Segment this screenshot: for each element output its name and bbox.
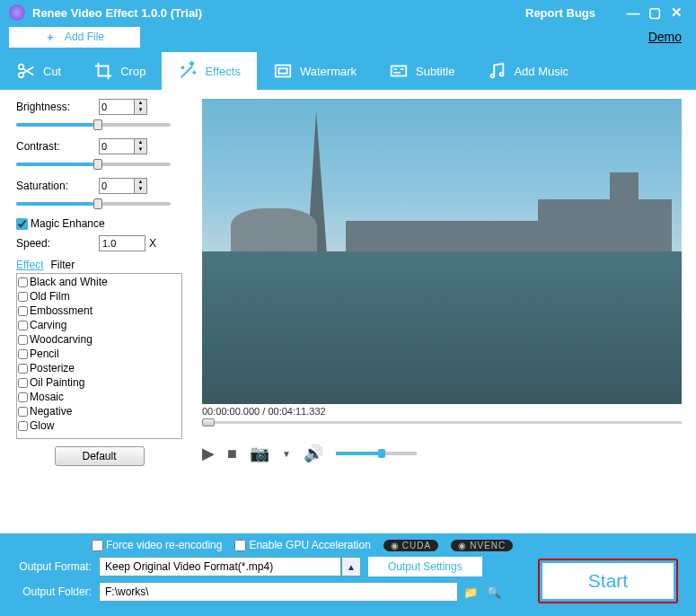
- tab-crop[interactable]: Crop: [77, 52, 162, 90]
- effect-checkbox[interactable]: [18, 349, 28, 359]
- effect-checkbox[interactable]: [18, 378, 28, 388]
- watermark-icon: [273, 61, 293, 81]
- output-format-dropdown-icon[interactable]: ▲: [341, 557, 361, 576]
- svg-point-5: [491, 75, 495, 78]
- contrast-spinner[interactable]: ▲▼: [135, 138, 147, 154]
- crop-icon: [93, 61, 113, 81]
- effect-item[interactable]: Posterize: [18, 361, 181, 375]
- volume-icon[interactable]: 🔊: [304, 444, 323, 463]
- effect-item[interactable]: Mosaic: [18, 390, 181, 404]
- magic-enhance-label: Magic Enhance: [31, 217, 105, 230]
- effect-label: Posterize: [30, 362, 75, 374]
- force-reencode-row[interactable]: Force video re-encoding: [92, 539, 222, 551]
- playback-time: 00:00:00.000 / 00:04:11.332: [202, 406, 682, 417]
- start-button[interactable]: Start: [542, 563, 674, 599]
- effect-label: Negative: [30, 405, 72, 418]
- output-settings-button[interactable]: Output Settings: [368, 557, 482, 576]
- output-format-label: Output Format:: [11, 560, 92, 573]
- effect-item[interactable]: Old Film: [18, 289, 181, 304]
- effect-checkbox[interactable]: [18, 306, 28, 316]
- effect-item[interactable]: Oil Painting: [18, 375, 181, 390]
- maximize-icon[interactable]: ▢: [644, 4, 665, 21]
- tab-effects[interactable]: Effects: [162, 52, 257, 90]
- effect-checkbox[interactable]: [18, 335, 28, 345]
- output-format-select[interactable]: [99, 557, 341, 576]
- tab-subtitle[interactable]: Subtitle: [373, 52, 471, 90]
- effect-subtab[interactable]: Effect: [16, 259, 43, 271]
- effect-checkbox[interactable]: [18, 392, 28, 402]
- output-folder-input[interactable]: [99, 582, 458, 602]
- effect-label: Pencil: [30, 348, 59, 360]
- gpu-accel-row[interactable]: Enable GPU Acceleration: [234, 539, 370, 551]
- effects-list[interactable]: Black and WhiteOld FilmEmbossmentCarving…: [16, 273, 182, 439]
- speed-input[interactable]: [99, 235, 145, 251]
- magic-enhance-checkbox[interactable]: [16, 218, 28, 230]
- wand-icon: [178, 61, 198, 81]
- svg-rect-4: [392, 66, 407, 76]
- effect-label: Oil Painting: [30, 376, 84, 389]
- tab-add-music[interactable]: Add Music: [471, 52, 585, 90]
- effect-label: Carving: [30, 319, 66, 331]
- brightness-input[interactable]: [99, 99, 135, 115]
- speed-label: Speed:: [16, 237, 99, 250]
- effect-item[interactable]: Woodcarving: [18, 332, 181, 347]
- main-tabs: Cut Crop Effects Watermark Subtitle Add …: [0, 52, 696, 90]
- start-highlight: Start: [538, 559, 678, 603]
- saturation-slider[interactable]: [16, 198, 171, 210]
- effect-label: Old Film: [30, 290, 70, 303]
- contrast-slider[interactable]: [16, 158, 171, 171]
- saturation-input[interactable]: [99, 178, 135, 194]
- tab-watermark[interactable]: Watermark: [257, 52, 373, 90]
- snapshot-icon[interactable]: 📷: [250, 444, 269, 463]
- filter-subtab[interactable]: Filter: [50, 259, 75, 271]
- snapshot-menu-icon[interactable]: ▼: [282, 449, 291, 459]
- app-logo-icon: [9, 4, 25, 21]
- scissors-icon: [16, 61, 36, 81]
- brightness-label: Brightness:: [16, 101, 99, 113]
- force-reencode-checkbox[interactable]: [92, 540, 103, 551]
- effect-label: Woodcarving: [30, 333, 93, 346]
- contrast-input[interactable]: [99, 138, 135, 154]
- video-preview[interactable]: [202, 99, 682, 404]
- effect-label: Mosaic: [30, 391, 64, 403]
- add-file-button[interactable]: Add File: [9, 27, 140, 48]
- close-icon[interactable]: ✕: [665, 4, 687, 21]
- effect-checkbox[interactable]: [18, 321, 28, 330]
- gpu-accel-checkbox[interactable]: [234, 540, 246, 551]
- browse-folder-icon[interactable]: 🔍: [485, 583, 503, 601]
- stop-icon[interactable]: ■: [227, 444, 237, 463]
- effect-label: Black and White: [30, 276, 108, 288]
- effect-item[interactable]: Pencil: [18, 347, 181, 361]
- cuda-badge: ◉ CUDA: [383, 540, 438, 551]
- effect-item[interactable]: Negative: [18, 404, 181, 418]
- minimize-icon[interactable]: —: [622, 5, 644, 21]
- demo-link[interactable]: Demo: [648, 30, 682, 44]
- volume-slider[interactable]: [336, 449, 417, 458]
- subtitle-icon: [389, 61, 409, 81]
- seek-slider[interactable]: [202, 418, 682, 427]
- brightness-slider[interactable]: [16, 119, 171, 131]
- effect-item[interactable]: Embossment: [18, 304, 181, 318]
- effect-checkbox[interactable]: [18, 407, 28, 417]
- report-bugs-link[interactable]: Report Bugs: [525, 6, 595, 20]
- contrast-label: Contrast:: [16, 140, 99, 153]
- effect-item[interactable]: Glow: [18, 418, 181, 433]
- default-button[interactable]: Default: [55, 446, 145, 466]
- effect-item[interactable]: Black and White: [18, 275, 181, 289]
- saturation-spinner[interactable]: ▲▼: [135, 178, 147, 194]
- effect-label: Glow: [30, 419, 54, 432]
- svg-rect-2: [276, 66, 291, 77]
- effect-checkbox[interactable]: [18, 292, 28, 302]
- music-icon: [487, 61, 507, 81]
- open-folder-icon[interactable]: 📁: [462, 583, 480, 601]
- filebar: Add File Demo: [0, 25, 696, 52]
- effect-item[interactable]: Carving: [18, 318, 181, 332]
- effect-checkbox[interactable]: [18, 421, 28, 431]
- svg-rect-3: [278, 68, 286, 74]
- effect-checkbox[interactable]: [18, 277, 28, 287]
- play-icon[interactable]: ▶: [202, 444, 215, 463]
- tab-cut[interactable]: Cut: [0, 52, 77, 90]
- effect-checkbox[interactable]: [18, 364, 28, 374]
- saturation-label: Saturation:: [16, 180, 99, 192]
- brightness-spinner[interactable]: ▲▼: [135, 99, 147, 115]
